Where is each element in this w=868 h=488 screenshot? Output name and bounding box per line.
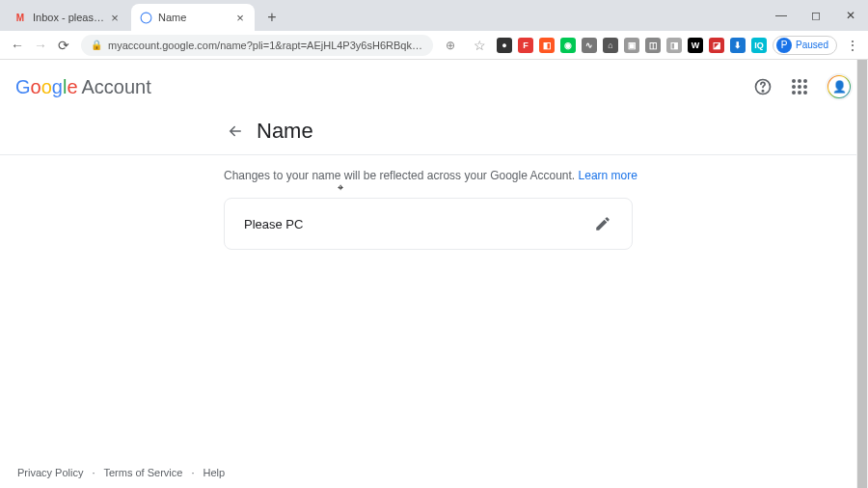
privacy-link[interactable]: Privacy Policy [17,467,83,478]
scrollbar-thumb[interactable] [857,60,867,488]
back-arrow-button[interactable] [222,118,249,145]
address-bar: ← → ⟳ 🔒 myaccount.google.com/name?pli=1&… [0,31,868,60]
extension-icon[interactable]: ◧ [539,38,555,53]
url-text: myaccount.google.com/name?pli=1&rapt=AEj… [108,40,423,51]
new-tab-button[interactable]: + [260,6,284,29]
name-value: Please PC [244,217,303,231]
extension-icon[interactable]: ● [497,38,512,53]
scrollbar[interactable] [856,60,868,488]
page-title: Name [257,119,313,144]
learn-more-link[interactable]: Learn more [579,169,637,182]
description-text: Changes to your name will be reflected a… [224,169,579,182]
extension-icon[interactable]: IQ [751,38,767,53]
star-icon[interactable]: ☆ [468,34,491,57]
account-avatar[interactable]: 👤 [826,73,853,100]
extension-icon[interactable]: ▣ [624,38,639,53]
close-icon[interactable]: × [233,11,247,24]
profile-status: Paused [796,40,828,50]
footer: Privacy Policy · Terms of Service · Help [17,467,225,478]
forward-button[interactable]: → [29,34,52,57]
page-header: Google Account 👤 [0,60,868,114]
extension-icon[interactable]: F [518,38,533,53]
zoom-icon[interactable]: ⊕ [439,34,462,57]
name-card[interactable]: Please PC [224,198,633,250]
profile-chip[interactable]: P Paused [773,36,837,55]
url-field[interactable]: 🔒 myaccount.google.com/name?pli=1&rapt=A… [81,35,433,56]
svg-point-2 [762,91,763,92]
svg-point-0 [141,13,151,23]
tab-title: Name [158,12,233,23]
minimize-button[interactable]: — [764,2,799,29]
extension-icon[interactable]: ◨ [666,38,682,53]
google-icon [139,11,152,24]
reload-button[interactable]: ⟳ [52,34,75,57]
terms-link[interactable]: Terms of Service [103,467,182,478]
apps-icon[interactable] [789,76,810,97]
extension-icon[interactable]: ◪ [709,38,724,53]
gmail-icon: M [14,11,27,24]
extension-icon[interactable]: W [688,38,703,53]
help-icon[interactable] [752,76,773,97]
close-icon[interactable]: × [108,11,122,24]
browser-tab-strip: M Inbox - pleasepc.com@gmail.co × Name ×… [0,0,868,31]
browser-menu-button[interactable]: ⋮ [843,38,862,53]
lock-icon: 🔒 [91,40,102,50]
window-controls: — ◻ ✕ [764,0,868,31]
description-row: Changes to your name will be reflected a… [0,155,868,182]
avatar-icon: P [776,38,792,53]
close-window-button[interactable]: ✕ [833,2,868,29]
main-content: Name Changes to your name will be reflec… [0,118,868,250]
google-logo[interactable]: Google [15,76,78,98]
logo-account-text: Account [82,76,151,98]
edit-icon[interactable] [593,214,612,233]
extension-icon[interactable]: ◉ [560,38,576,53]
tab-title: Inbox - pleasepc.com@gmail.co [33,12,108,23]
extension-icon[interactable]: ◫ [645,38,661,53]
back-button[interactable]: ← [6,34,29,57]
maximize-button[interactable]: ◻ [799,2,833,29]
extension-icon[interactable]: ⌂ [603,38,618,53]
extension-icon[interactable]: ⬇ [730,38,746,53]
extension-icon[interactable]: ∿ [582,38,597,53]
browser-tab-active[interactable]: Name × [131,4,255,31]
help-link[interactable]: Help [203,467,226,478]
browser-tab[interactable]: M Inbox - pleasepc.com@gmail.co × [6,4,129,31]
